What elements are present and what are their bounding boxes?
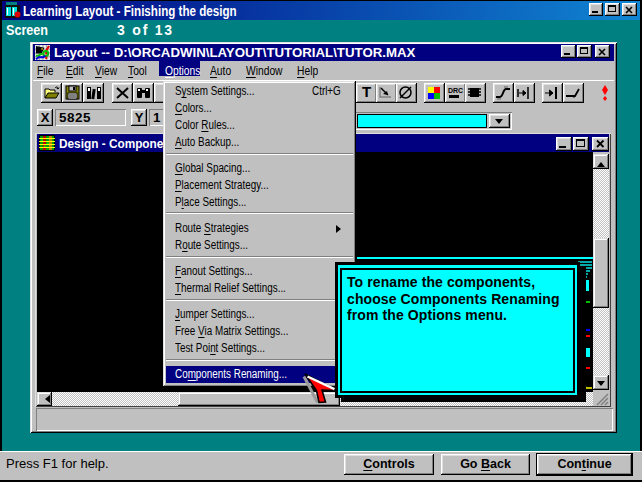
svg-text:DRC: DRC bbox=[448, 87, 463, 94]
